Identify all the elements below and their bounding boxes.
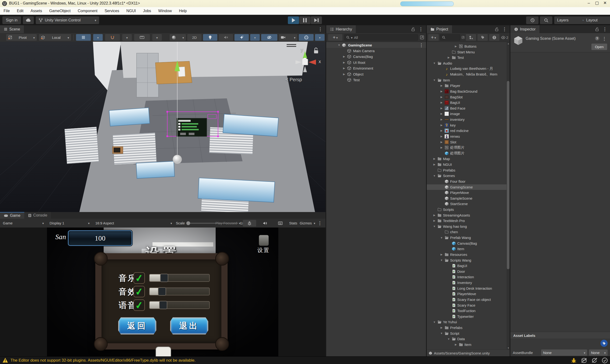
hierarchy-tree-item[interactable]: Main Camera	[326, 48, 426, 54]
project-tree-item[interactable]: #Typewriter	[427, 314, 510, 319]
project-search-input[interactable]	[440, 34, 460, 40]
lock-icon[interactable]	[411, 27, 415, 31]
scroll-down-icon[interactable]: ▼	[507, 347, 509, 349]
project-tree-item[interactable]: ▼Wang hao long	[427, 224, 510, 229]
collapse-arrow-icon[interactable]: ▼	[337, 44, 341, 46]
snap-caret[interactable]	[122, 34, 132, 41]
hidden-objects-toggle[interactable]	[261, 34, 277, 41]
project-tree-item[interactable]: ▶Item	[427, 342, 510, 347]
project-tree-item[interactable]: SampleScene	[427, 195, 510, 201]
project-tree-item[interactable]: ▶Bed Face	[427, 105, 510, 111]
project-scrollbar-thumb[interactable]	[507, 81, 509, 269]
project-tree-item[interactable]: ▶image	[427, 111, 510, 117]
tab-inspector[interactable]: Inspector	[510, 25, 539, 33]
hierarchy-tree-item[interactable]: ▼GamingScene	[326, 42, 426, 48]
project-tree-item[interactable]: ▶key	[427, 122, 510, 128]
project-tree-item[interactable]: ▶Map	[427, 156, 510, 161]
hierarchy-tree-item[interactable]: ▶UI Root	[326, 60, 426, 65]
close-button[interactable]: ✕	[601, 0, 609, 5]
collapse-arrow-icon[interactable]: ▼	[440, 236, 443, 239]
layout-dropdown[interactable]: Layout	[583, 16, 610, 24]
expand-arrow-icon[interactable]: ▶	[440, 146, 443, 149]
exit-button[interactable]: 退出	[170, 317, 208, 335]
expand-arrow-icon[interactable]: ▶	[440, 101, 443, 104]
expand-arrow-icon[interactable]: ▶	[440, 95, 443, 99]
menu-help[interactable]: Help	[175, 7, 190, 15]
status-warning-text[interactable]: The Editor does not support 32-bit plugi…	[11, 358, 196, 363]
perspective-label[interactable]: < Persp	[286, 77, 302, 82]
gameobject-kebab-icon[interactable]	[419, 42, 424, 48]
project-menu-kebab-icon[interactable]	[502, 26, 507, 32]
volume-slider[interactable]	[149, 287, 210, 295]
search-button[interactable]	[540, 16, 552, 24]
lock-icon[interactable]	[595, 27, 599, 31]
project-tree-item[interactable]: 处理图片	[427, 151, 510, 156]
project-tree-item[interactable]: StartScene	[427, 201, 510, 207]
asset-labels-section-header[interactable]: Asset Labels	[510, 332, 610, 339]
scene-viewport[interactable]: y x < Persp	[0, 42, 325, 212]
project-tree-item[interactable]: Item	[427, 246, 510, 252]
menu-ngui[interactable]: NGUI	[123, 7, 139, 15]
menu-services[interactable]: Services	[101, 7, 123, 15]
display-target-dropdown[interactable]: Display 1	[48, 220, 91, 227]
project-tree-item[interactable]: #ToolFuction	[427, 308, 510, 313]
hierarchy-tree-item[interactable]: ▶Canvas(Bag	[326, 54, 426, 60]
project-tree-item[interactable]: ▼Scenes	[427, 173, 510, 178]
project-tree-item[interactable]: #BagUI	[427, 263, 510, 269]
project-tree-item[interactable]: #Scary Face	[427, 302, 510, 308]
menu-edit[interactable]: Edit	[13, 7, 27, 15]
version-control-dropdown[interactable]: Unity Version Control	[36, 16, 99, 24]
project-tree-item[interactable]: PlayerMove	[427, 190, 510, 195]
help-icon[interactable]: ?	[595, 36, 599, 41]
project-tree-item[interactable]: ▶Prefabs	[427, 325, 510, 330]
grid-visibility-caret[interactable]	[93, 34, 103, 41]
volume-slider-handle[interactable]	[160, 274, 168, 282]
play-focused-dropdown[interactable]: Play Focused	[215, 221, 240, 225]
project-tree-item[interactable]: Start Menu	[427, 49, 510, 55]
collapse-arrow-icon[interactable]: ▼	[440, 332, 443, 335]
expand-arrow-icon[interactable]: ▶	[440, 112, 443, 115]
expand-arrow-icon[interactable]: ▶	[440, 141, 443, 144]
gizmos-dropdown[interactable]: Gizmos	[300, 221, 315, 225]
project-tree-item[interactable]: ▶Buttons	[427, 44, 510, 49]
game-viewport[interactable]: San 100 设置 音乐✓音效✓语音✓ 返回退出 设置	[0, 228, 325, 358]
expand-arrow-icon[interactable]: ▶	[433, 219, 436, 222]
volume-slider[interactable]	[149, 274, 210, 282]
undo-history-button[interactable]	[526, 16, 539, 24]
lighting-toggle-button[interactable]	[203, 34, 217, 41]
expand-arrow-icon[interactable]: ▶	[433, 163, 436, 166]
debug-button[interactable]	[243, 220, 256, 227]
hierarchy-menu-kebab-icon[interactable]	[419, 26, 423, 32]
ok-check-icon[interactable]	[602, 358, 608, 363]
minimize-button[interactable]: –	[585, 1, 593, 5]
effects-toggle-button[interactable]	[234, 34, 249, 41]
menu-file[interactable]: File	[0, 7, 13, 15]
project-tree-item[interactable]: ▶inventory	[427, 117, 510, 122]
scale-slider-handle[interactable]	[186, 221, 190, 225]
menu-window[interactable]: Window	[155, 7, 175, 15]
game-menu-kebab-icon[interactable]	[318, 220, 322, 226]
create-object-button[interactable]: +	[328, 34, 342, 41]
project-tree-item[interactable]: ▶处理图片	[427, 145, 510, 150]
volume-slider-handle[interactable]	[159, 301, 167, 309]
expand-arrow-icon[interactable]: ▶	[342, 67, 346, 70]
stats-button[interactable]: Stats	[289, 221, 297, 225]
menu-assets[interactable]: Assets	[27, 7, 46, 15]
expand-arrow-icon[interactable]: ▶	[447, 56, 450, 59]
audio-toggle-button[interactable]	[219, 34, 233, 41]
collapse-arrow-icon[interactable]: ▼	[433, 62, 436, 65]
expand-arrow-icon[interactable]: ▶	[454, 343, 457, 346]
project-tree-item[interactable]: Canvas(Bag	[427, 241, 510, 246]
cache-server-disabled-icon[interactable]	[581, 358, 587, 363]
project-tree-item[interactable]: #Door	[427, 269, 510, 274]
project-tree-item[interactable]: #Interaction	[427, 274, 510, 280]
pivot-dropdown[interactable]: Pivot	[6, 34, 37, 41]
gizmos-sphere-caret[interactable]	[315, 34, 324, 41]
open-scene-button[interactable]: Open	[591, 44, 607, 50]
project-tree-item[interactable]: Four floor	[427, 179, 510, 184]
project-tree-item[interactable]: ▶NGUI	[427, 162, 510, 167]
project-tree-item[interactable]: ▶red mdicine	[427, 128, 510, 133]
maximize-button[interactable]: ▢	[593, 0, 601, 5]
tab-console[interactable]: Console	[24, 212, 51, 219]
expand-arrow-icon[interactable]: ▶	[342, 61, 346, 64]
